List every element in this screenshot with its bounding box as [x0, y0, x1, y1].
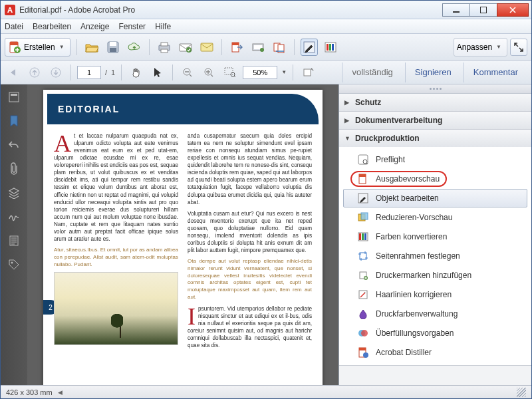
item-distiller[interactable]: Acrobat Distiller: [343, 343, 527, 362]
export-button[interactable]: [228, 39, 245, 56]
document-viewport[interactable]: Editorial 2 At et laccae nulparum quaepu…: [27, 84, 338, 385]
svg-point-57: [363, 352, 368, 358]
maximize-button[interactable]: [469, 3, 497, 17]
tags-icon[interactable]: [7, 257, 21, 272]
zoom-input[interactable]: [243, 66, 277, 79]
svg-rect-33: [304, 69, 311, 76]
svg-rect-0: [5, 5, 15, 15]
save-button[interactable]: [104, 39, 122, 56]
item-seitenrahmen[interactable]: Seitenrahmen festlegen: [343, 247, 527, 265]
output-preview-icon: [357, 173, 369, 185]
menu-anzeige[interactable]: Anzeige: [80, 22, 109, 31]
create-label: Erstellen: [24, 43, 55, 52]
next-page-button[interactable]: [47, 64, 65, 81]
menu-datei[interactable]: Datei: [5, 22, 23, 31]
crop-icon: [357, 250, 369, 262]
title-bar: Editorial.pdf - Adobe Acrobat Pro: [1, 1, 531, 19]
hand-tool-button[interactable]: [128, 64, 145, 81]
customize-label: Anpassen: [457, 43, 492, 52]
zoom-in-button[interactable]: [200, 64, 217, 81]
zoom-out-button[interactable]: [179, 64, 196, 81]
item-preflight[interactable]: Preflight: [343, 150, 527, 169]
minimize-button[interactable]: [442, 3, 470, 17]
section-druck: ▼Druckproduktion Preflight Ausgabevorsch…: [339, 130, 531, 366]
svg-rect-8: [110, 48, 116, 52]
convert-colors-icon: [357, 231, 369, 243]
chevron-down-icon: ▼: [344, 135, 351, 142]
svg-rect-35: [11, 94, 17, 96]
menu-hilfe[interactable]: Hilfe: [155, 22, 171, 31]
section-head-dokver[interactable]: ▶Dokumentverarbeitung: [339, 112, 531, 129]
share-button[interactable]: [177, 39, 194, 56]
first-page-button[interactable]: [5, 64, 22, 81]
layers-icon[interactable]: [7, 186, 21, 200]
edit-object-icon: [357, 192, 369, 204]
toolbar-nav: / 1 ▼ vollständig Signieren Kommentar: [1, 61, 531, 84]
ink-manager-icon: [357, 308, 369, 320]
column-2: anda cusapernatur saecum quia doles erci…: [188, 132, 312, 353]
menu-fenster[interactable]: Fenster: [118, 22, 146, 31]
customize-button[interactable]: Anpassen ▼: [454, 38, 507, 57]
email-button[interactable]: [198, 39, 215, 56]
svg-rect-47: [362, 233, 364, 240]
combine-button[interactable]: [271, 39, 288, 56]
tab-fit[interactable]: vollständig: [342, 63, 402, 82]
undo-icon[interactable]: [7, 138, 21, 152]
signatures-icon[interactable]: [7, 209, 21, 224]
item-ueberfuellung[interactable]: Überfüllungsvorgaben: [343, 324, 527, 342]
toolbar-main: Erstellen ▼ Anpassen ▼: [1, 34, 531, 61]
attachments-icon[interactable]: [7, 162, 21, 176]
zoom-dropdown-icon[interactable]: ▼: [281, 69, 287, 75]
tab-sign[interactable]: Signieren: [405, 63, 461, 82]
svg-rect-44: [361, 213, 368, 219]
item-reduzieren[interactable]: Reduzieren-Vorschau: [343, 208, 527, 227]
window-title: Editorial.pdf - Adobe Acrobat Pro: [19, 5, 443, 15]
item-druckfarben[interactable]: Druckfarbenverwaltung: [343, 305, 527, 323]
trap-presets-icon: [357, 327, 369, 339]
svg-point-19: [260, 48, 264, 52]
svg-rect-10: [161, 43, 168, 46]
svg-rect-1: [453, 11, 460, 13]
svg-rect-14: [201, 43, 213, 51]
prev-page-button[interactable]: [26, 64, 43, 81]
item-druckermarken[interactable]: Druckermarken hinzufügen: [343, 266, 527, 285]
item-objekt-bearbeiten[interactable]: Objekt bearbeiten: [343, 189, 527, 207]
page-number-input[interactable]: [77, 66, 101, 79]
menu-bearbeiten[interactable]: Bearbeiten: [33, 22, 71, 31]
flatten-icon: [357, 211, 369, 223]
select-tool-button[interactable]: [149, 64, 166, 81]
scan-button[interactable]: [249, 39, 267, 56]
create-button[interactable]: Erstellen ▼: [5, 38, 70, 57]
item-farben[interactable]: Farben konvertieren: [343, 227, 527, 246]
svg-rect-7: [110, 42, 116, 46]
section-head-druck[interactable]: ▼Druckproduktion: [339, 130, 531, 147]
articles-icon[interactable]: [7, 233, 21, 248]
app-icon: [5, 5, 15, 15]
cloud-button[interactable]: [126, 39, 143, 56]
thumbnails-icon[interactable]: [7, 90, 21, 104]
pdf-page: Editorial 2 At et laccae nulparum quaepu…: [43, 90, 323, 385]
close-button[interactable]: [497, 3, 529, 17]
hairline-icon: [357, 289, 369, 301]
bookmarks-icon[interactable]: [7, 114, 21, 128]
svg-rect-56: [359, 348, 366, 350]
tab-comment[interactable]: Kommentar: [464, 63, 527, 82]
section-body-druck: Preflight Ausgabevorschau Objekt bearbei…: [339, 147, 531, 365]
panel-grip[interactable]: [339, 84, 531, 94]
resize-grip[interactable]: [517, 388, 526, 397]
section-head-schutz[interactable]: ▶Schutz: [339, 94, 531, 111]
item-haarlinien[interactable]: Haarlinien korrigieren: [343, 285, 527, 304]
chevron-left-icon[interactable]: ◀: [58, 389, 63, 396]
marquee-zoom-button[interactable]: [221, 64, 239, 81]
dropdown-icon: ▼: [59, 44, 65, 50]
status-bar: 426 x 303 mm ◀: [1, 385, 531, 398]
svg-rect-24: [327, 44, 329, 51]
print-button[interactable]: [156, 39, 173, 56]
item-ausgabevorschau[interactable]: Ausgabevorschau: [343, 170, 527, 188]
rotate-button[interactable]: [299, 64, 317, 81]
fullscreen-button[interactable]: [510, 39, 527, 56]
dropdown-icon: ▼: [496, 44, 501, 50]
color-button[interactable]: [322, 39, 339, 56]
open-button[interactable]: [83, 39, 100, 56]
edit-object-button[interactable]: [301, 39, 318, 56]
